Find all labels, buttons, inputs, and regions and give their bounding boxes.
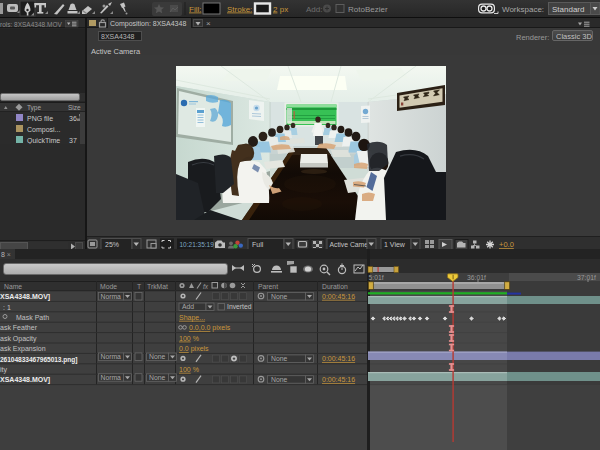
svg-text:RotoBezier: RotoBezier xyxy=(348,5,388,14)
svg-text:0:00:45:16: 0:00:45:16 xyxy=(322,293,355,300)
svg-text:25%: 25% xyxy=(105,241,119,248)
svg-text:Composi...: Composi... xyxy=(27,126,61,134)
svg-text:0:00:45:16: 0:00:45:16 xyxy=(322,376,355,383)
svg-text:Norma: Norma xyxy=(101,293,122,300)
svg-text:ask Feather: ask Feather xyxy=(0,324,38,331)
svg-text:Size: Size xyxy=(68,104,81,111)
svg-text:0:00:45:16: 0:00:45:16 xyxy=(322,355,355,362)
svg-text:: 1: : 1 xyxy=(3,304,11,311)
svg-text:Duration: Duration xyxy=(322,283,348,290)
svg-text:Type: Type xyxy=(27,104,41,112)
svg-text:ity: ity xyxy=(0,366,8,374)
svg-text:Inverted: Inverted xyxy=(227,303,252,310)
svg-text:XSA4348.MOV]: XSA4348.MOV] xyxy=(0,376,50,384)
svg-text:2 px: 2 px xyxy=(273,5,288,14)
svg-text:Add: Add xyxy=(182,303,194,310)
svg-text:ask Expansion: ask Expansion xyxy=(0,345,46,353)
svg-text:10:21:35:19: 10:21:35:19 xyxy=(180,241,215,248)
svg-text:1 View: 1 View xyxy=(384,241,406,248)
svg-text:+0.0: +0.0 xyxy=(499,240,514,249)
svg-text:100 %: 100 % xyxy=(179,335,199,342)
svg-text:PNG file: PNG file xyxy=(27,115,53,122)
svg-text:TrkMat: TrkMat xyxy=(147,283,168,290)
svg-text:T: T xyxy=(137,283,141,290)
svg-text:36:01f: 36:01f xyxy=(467,274,486,281)
svg-text:37: 37 xyxy=(69,137,77,144)
svg-text:Fill:: Fill: xyxy=(189,5,201,14)
svg-text:None: None xyxy=(149,353,165,360)
svg-text:100 %: 100 % xyxy=(179,366,199,373)
svg-text:fx: fx xyxy=(203,283,209,290)
svg-text:Stroke:: Stroke: xyxy=(227,5,252,14)
svg-text:0.0 pixels: 0.0 pixels xyxy=(179,345,209,353)
svg-text:Name: Name xyxy=(4,283,22,290)
svg-text:36: 36 xyxy=(69,115,77,122)
svg-text:5:01f: 5:01f xyxy=(369,274,384,281)
svg-text:Workspace:: Workspace: xyxy=(502,5,544,14)
svg-text:XSA4348.MOV]: XSA4348.MOV] xyxy=(0,293,50,301)
svg-text:QuickTime: QuickTime xyxy=(27,137,60,145)
svg-text:37:01f: 37:01f xyxy=(577,274,596,281)
svg-text:Add:: Add: xyxy=(306,5,322,14)
svg-text:Mode: Mode xyxy=(100,283,117,290)
svg-text:Shape...: Shape... xyxy=(179,314,205,322)
svg-text:0.0,0.0 pixels: 0.0,0.0 pixels xyxy=(189,324,231,332)
svg-text:26104833467965013.png]: 26104833467965013.png] xyxy=(0,356,77,364)
svg-text:None: None xyxy=(271,293,287,300)
svg-text:ask Opacity: ask Opacity xyxy=(0,335,37,343)
svg-text:Parent: Parent xyxy=(258,283,278,290)
svg-text:Mask Path: Mask Path xyxy=(16,314,49,321)
svg-text:Standard: Standard xyxy=(552,5,584,14)
svg-text:Full: Full xyxy=(252,241,264,248)
